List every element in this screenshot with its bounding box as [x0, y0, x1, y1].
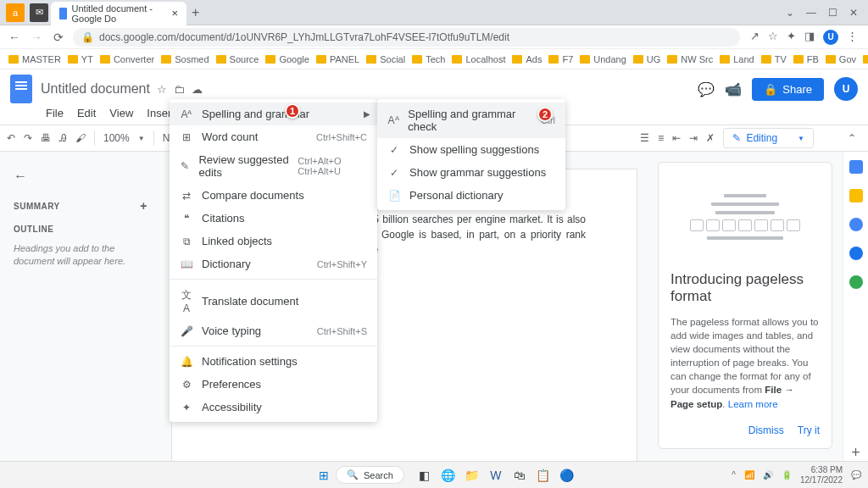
bookmark[interactable]: Localhost — [452, 54, 505, 64]
add-icon[interactable]: + — [851, 444, 860, 462]
tools-preferences[interactable]: ⚙Preferences — [170, 373, 377, 396]
star-icon[interactable]: ☆ — [157, 83, 167, 96]
keep-icon[interactable] — [849, 189, 863, 202]
docs-logo-icon[interactable] — [10, 75, 32, 103]
bookmark[interactable]: Undang — [580, 54, 626, 64]
redo-icon[interactable]: ↷ — [24, 132, 32, 144]
chrome-icon[interactable]: 🔵 — [559, 467, 576, 484]
tools-citations[interactable]: ❝Citations — [170, 207, 377, 230]
forward-button[interactable]: → — [29, 30, 44, 44]
paint-icon[interactable]: 🖌 — [75, 132, 86, 144]
taskbar-search[interactable]: 🔍Search — [336, 466, 404, 484]
extensions-icon[interactable]: ✦ — [787, 30, 796, 45]
cloud-icon[interactable]: ☁ — [192, 83, 203, 96]
bookmark[interactable]: Social — [366, 54, 405, 64]
panel-icon[interactable]: ◨ — [804, 30, 815, 45]
dismiss-button[interactable]: Dismiss — [748, 424, 784, 436]
maximize-icon[interactable]: ☐ — [828, 7, 837, 19]
move-icon[interactable]: 🗀 — [174, 83, 185, 96]
back-icon[interactable]: ← — [14, 169, 147, 184]
tray-chevron-icon[interactable]: ^ — [732, 470, 736, 480]
word-icon[interactable]: W — [487, 467, 504, 484]
close-window-icon[interactable]: ✕ — [849, 7, 858, 19]
share-icon[interactable]: ↗ — [750, 30, 760, 45]
mail-icon[interactable]: ✉ — [30, 3, 48, 22]
bookmark[interactable]: F7 — [548, 54, 573, 64]
bookmark[interactable]: Ads — [512, 54, 542, 64]
submenu-personal-dictionary[interactable]: 📄Personal dictionary — [377, 184, 565, 207]
tools-linked-objects[interactable]: ⧉Linked objects — [170, 230, 377, 252]
menu-edit[interactable]: Edit — [72, 105, 101, 121]
print-icon[interactable]: 🖶 — [41, 132, 51, 144]
bookmark[interactable]: FB — [793, 54, 819, 64]
zoom-select[interactable]: 100% — [103, 132, 130, 144]
menu-view[interactable]: View — [104, 105, 138, 121]
address-bar[interactable]: 🔒 docs.google.com/document/d/1oUNVR6P_LY… — [73, 28, 740, 47]
comments-icon[interactable]: 💬 — [698, 81, 715, 97]
numbered-icon[interactable]: ≡ — [658, 132, 664, 144]
new-tab-button[interactable]: + — [192, 5, 199, 20]
bookmark[interactable]: Converter — [100, 54, 154, 64]
collapse-icon[interactable]: ⌃ — [848, 132, 856, 144]
minimize-icon[interactable]: ⌄ — [786, 7, 794, 19]
tools-voice-typing[interactable]: 🎤Voice typingCtrl+Shift+S — [170, 319, 377, 342]
menu-file[interactable]: File — [41, 105, 69, 121]
store-icon[interactable]: 🛍 — [511, 467, 528, 484]
tools-notifications[interactable]: 🔔Notification settings — [170, 350, 377, 373]
bookmark[interactable]: YT — [68, 54, 93, 64]
bookmark[interactable]: Gov — [826, 54, 856, 64]
amazon-icon[interactable]: a — [6, 3, 25, 22]
calendar-icon[interactable] — [849, 160, 863, 174]
share-button[interactable]: 🔒 Share — [752, 78, 824, 101]
spellcheck-icon[interactable]: Ꭿ — [59, 132, 67, 144]
bookmark[interactable]: Source — [216, 54, 259, 64]
contacts-icon[interactable] — [849, 247, 863, 260]
bookmark[interactable]: MASTER — [8, 54, 61, 64]
minimize-icon[interactable]: — — [806, 7, 816, 19]
add-summary-icon[interactable]: + — [140, 199, 147, 213]
back-button[interactable]: ← — [7, 30, 22, 44]
edge-icon[interactable]: 🌐 — [440, 467, 457, 484]
learn-more-link[interactable]: Learn more — [728, 399, 778, 409]
tools-review-edits[interactable]: ✎Review suggested editsCtrl+Alt+O Ctrl+A… — [170, 148, 377, 184]
document-title[interactable]: Untitled document — [41, 81, 150, 97]
notifications-icon[interactable]: 💬 — [851, 470, 861, 480]
bookmark[interactable]: LinkedIn — [863, 54, 868, 64]
tools-compare[interactable]: ⇄Compare documents — [170, 184, 377, 207]
maps-icon[interactable] — [849, 275, 863, 289]
meet-icon[interactable]: 📹 — [725, 81, 742, 97]
indent-dec-icon[interactable]: ⇤ — [672, 132, 681, 144]
taskview-icon[interactable]: ◧ — [416, 467, 433, 484]
account-avatar[interactable]: U — [834, 77, 858, 101]
submenu-show-grammar[interactable]: ✓Show grammar suggestions — [377, 161, 565, 184]
start-icon[interactable]: ⊞ — [319, 469, 329, 482]
browser-tab[interactable]: Untitled document - Google Do × — [51, 2, 186, 25]
tools-translate[interactable]: 文ATranslate document — [170, 283, 377, 319]
explorer-icon[interactable]: 📁 — [464, 467, 481, 484]
wifi-icon[interactable]: 📶 — [744, 470, 754, 480]
bulleted-icon[interactable]: ☰ — [640, 132, 649, 144]
bookmark[interactable]: TV — [761, 54, 787, 64]
bookmark[interactable]: Google — [265, 54, 309, 64]
submenu-show-spelling[interactable]: ✓Show spelling suggestions — [377, 138, 565, 161]
bookmark[interactable]: NW Src — [667, 54, 713, 64]
profile-avatar[interactable]: U — [823, 30, 838, 45]
indent-inc-icon[interactable]: ⇥ — [689, 132, 698, 144]
undo-icon[interactable]: ↶ — [7, 132, 15, 144]
tasks-icon[interactable] — [849, 218, 863, 231]
submenu-spellgrammar-check[interactable]: AᴬSpelling and grammar checkCtrl — [377, 103, 565, 138]
clock[interactable]: 6:38 PM 12/17/2022 — [800, 465, 843, 485]
editing-mode[interactable]: ✎ Editing ▼ — [723, 128, 814, 148]
reload-button[interactable]: ⟳ — [51, 30, 66, 44]
battery-icon[interactable]: 🔋 — [782, 470, 792, 480]
bookmark[interactable]: UG — [633, 54, 661, 64]
bookmark[interactable]: Land — [720, 54, 754, 64]
tools-accessibility[interactable]: ✦Accessibility — [170, 396, 377, 419]
tools-spelling-grammar[interactable]: AᴬSpelling and grammar▶ — [170, 103, 377, 125]
close-icon[interactable]: × — [171, 7, 178, 19]
volume-icon[interactable]: 🔊 — [763, 470, 773, 480]
menu-icon[interactable]: ⋮ — [847, 30, 858, 45]
notes-icon[interactable]: 📋 — [535, 467, 552, 484]
tools-word-count[interactable]: ⊞Word countCtrl+Shift+C — [170, 125, 377, 148]
bookmark[interactable]: PANEL — [316, 54, 359, 64]
